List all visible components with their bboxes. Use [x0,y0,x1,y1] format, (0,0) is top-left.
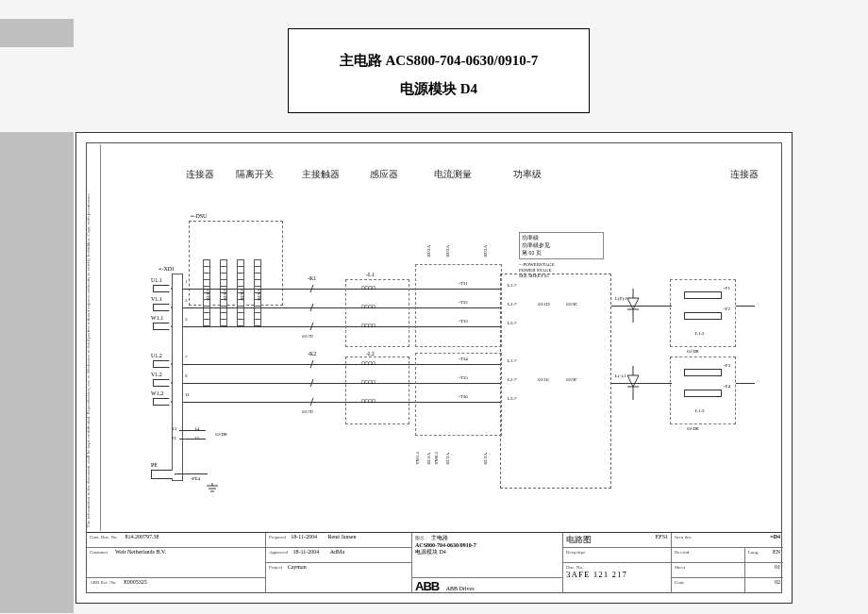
k2-label: -K2 [308,351,316,357]
dsu-box [189,221,283,306]
tb-lang-val: EN [773,549,780,555]
dc-wire-bot [611,383,672,384]
ps-out-b1: 02/1E [538,377,549,382]
l1-coil-w: ∩∩∩∩ [360,323,389,330]
tb-doctype-cn: 电路图 [566,535,592,544]
terminal-block [172,274,183,481]
tb-doctype: 电路图 EFS1 [563,533,672,548]
tb-project-label: Project [269,565,282,570]
dsu-label: =-DSU [191,213,207,219]
fuse-f2 [684,312,722,320]
input-v12 [153,379,172,387]
fuse-block-bot: -F3 -F4 L1:2 [670,357,736,424]
l1-coil-u: ∩∩∩∩ [360,285,389,292]
page-grey-stripe-top [0,19,74,47]
ct-top-x3: 02/2A [483,245,488,257]
ground-icon [206,479,219,489]
input-v11-label: V1.1 [151,296,162,302]
confidentiality-note: The information in the document shall be… [86,193,91,527]
tb-drawing-l2: ACS800-704-0630/0910-7 [415,542,476,548]
input-w12-label: W1.2 [151,390,163,396]
ps-in-1: L1:7 [508,283,516,288]
tb-prepared: Prepared 18-11-2004 René Jansen [266,533,412,548]
tb-customer: Customer Weir Netherlands B.V. [87,548,266,578]
t36-label: -T36 [459,394,468,399]
tb-respdept: Resp.dept [563,548,672,563]
rect-top-plus: L(P):1 [615,296,627,301]
hdr-current-meas: 电流测量 [434,168,472,181]
tb-drawing-label-cn: 图名： [415,536,429,540]
title-line2-id: D4 [460,81,477,96]
k1-xref: 02/7E [302,334,313,339]
ct-top-x1: 02/2A [426,245,431,257]
tb-abbref-val: E0005325 [124,579,147,585]
tb-itemdes: Item des. =D4 [672,533,783,548]
tb-sheet-val: 01 [775,564,780,570]
tb-drawing-name: 图名： 主电路 ACS800-704-0630/0910-7 电源模块 D4 [412,533,563,578]
fuse-block-top: -F1 -F2 L1:2 [670,279,736,347]
tb-drawing-l1: 主电路 [431,535,448,540]
tb-revind: Rev.ind. [672,548,745,563]
f3-label: -F3 [724,363,730,368]
ps-out-t1: 02/1D [538,302,550,307]
t33-label: -T33 [459,319,468,324]
k1-pole-1 [306,285,315,294]
pe-wire [175,473,208,474]
fuse-f4 [684,390,722,397]
tb-lang: Lang. EN [745,548,783,563]
fuse-f3 [684,369,722,376]
tb-approved-label: Approved [269,550,288,555]
k1-pole-3 [306,323,315,332]
fuse-top-xref: 02/D8 [687,349,699,354]
tb-prepared-by: René Jansen [328,534,357,539]
dsu-ref-3: 02/8A [240,289,244,301]
tb-itemdes-val: =D4 [770,534,780,539]
hdr-isolator: 隔离开关 [236,168,274,181]
input-u12 [153,360,172,368]
pin-1: 1 [185,279,188,284]
dsu-ref-2: 02/8A [223,289,227,301]
aux-wire-1 [179,430,206,431]
k2-pole-3 [306,398,315,407]
tm6-label: TM6.1 [434,452,439,465]
dc-wire-top [611,306,672,307]
tb-approved: Approved 18-11-2004 AdMa [266,548,412,563]
pe-label: PE [151,462,158,468]
tb-brand: ABB ABB Drives [412,578,563,593]
k2-pole-2 [306,379,315,389]
tb-revind-label: Rev.ind. [675,550,691,555]
pin-5: 5 [185,317,188,322]
tb-cont-label: Cont. [675,580,685,585]
tb-prepared-label: Prepared [269,535,286,539]
tb-doctype-code: EFS1 [656,534,668,539]
input-v12-label: V1.2 [151,372,162,377]
fuse-top-bus: L1:2 [695,331,704,336]
tb-project: Project Cayman [266,563,412,593]
ct-bot-x2: 02/2A [445,453,450,465]
tb-sheet: Sheet [672,563,745,578]
tb-customer-val: Weir Netherlands B.V. [115,549,166,555]
page-grey-stripe-bottom [0,132,74,613]
tb-custdoc: Cust. Doc. No. 814.200797.38 [87,533,266,548]
input-w12 [153,398,172,406]
input-v11 [153,304,172,311]
input-u11 [153,285,172,292]
pin-7: 7 [185,355,188,359]
ps-in-6: L3:7 [508,396,516,401]
dsu-ref-4: 02/8A [257,289,261,301]
input-u12-label: U1.2 [151,353,162,358]
power-stage-note-cn: 功率级 功率级参见 第 02 页 [519,232,604,259]
out-wire-top [736,306,755,307]
hdr-contactor: 主接触器 [302,168,340,181]
title-card: 主电路 ACS800-704-0630/0910-7 电源模块 D4 [288,28,590,113]
f1-label: -F1 [724,286,730,290]
input-u11-label: U1.1 [151,277,162,283]
tb-cont-val-cell: 02 [745,578,783,593]
ps-in-3: L3:7 [508,321,516,325]
brand-logo: ABB [415,579,439,593]
tb-project-val: Cayman [288,564,307,570]
l2-coil-v: ∩∩∩∩ [360,379,389,387]
title-line2: 电源模块 D4 [289,75,589,103]
drawing-frame: The information in the document shall be… [86,142,782,593]
l2-coil-w: ∩∩∩∩ [360,398,389,406]
